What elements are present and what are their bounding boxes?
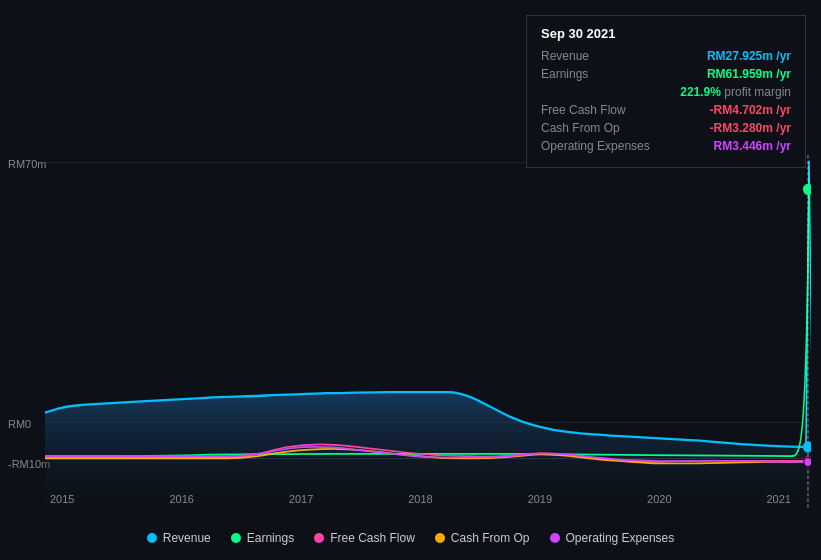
x-label-2016: 2016 <box>169 493 193 505</box>
x-label-2019: 2019 <box>528 493 552 505</box>
tooltip-cfo-row: Cash From Op -RM3.280m /yr <box>541 121 791 135</box>
legend-label-opex: Operating Expenses <box>566 531 675 545</box>
tooltip-earnings-value: RM61.959m /yr <box>707 67 791 81</box>
tooltip-revenue-row: Revenue RM27.925m /yr <box>541 49 791 63</box>
legend-dot-cfo <box>435 533 445 543</box>
chart-area <box>45 155 811 510</box>
legend-label-fcf: Free Cash Flow <box>330 531 415 545</box>
legend-earnings[interactable]: Earnings <box>231 531 294 545</box>
tooltip-earnings-row: Earnings RM61.959m /yr <box>541 67 791 81</box>
legend-dot-revenue <box>147 533 157 543</box>
tooltip-opex-label: Operating Expenses <box>541 139 650 153</box>
tooltip-cfo-value: -RM3.280m /yr <box>710 121 791 135</box>
x-label-2018: 2018 <box>408 493 432 505</box>
opex-dot <box>804 457 811 466</box>
tooltip-cfo-label: Cash From Op <box>541 121 620 135</box>
legend-opex[interactable]: Operating Expenses <box>550 531 675 545</box>
tooltip-fcf-label: Free Cash Flow <box>541 103 626 117</box>
x-label-2020: 2020 <box>647 493 671 505</box>
tooltip-fcf-value: -RM4.702m /yr <box>710 103 791 117</box>
legend-cfo[interactable]: Cash From Op <box>435 531 530 545</box>
tooltip-date: Sep 30 2021 <box>541 26 791 41</box>
x-label-2021: 2021 <box>766 493 790 505</box>
tooltip-margin-value: 221.9% profit margin <box>680 85 791 99</box>
legend-dot-fcf <box>314 533 324 543</box>
x-axis-labels: 2015 2016 2017 2018 2019 2020 2021 <box>0 493 821 505</box>
legend-label-revenue: Revenue <box>163 531 211 545</box>
tooltip-revenue-value: RM27.925m /yr <box>707 49 791 63</box>
legend-label-cfo: Cash From Op <box>451 531 530 545</box>
tooltip-fcf-row: Free Cash Flow -RM4.702m /yr <box>541 103 791 117</box>
earnings-dot <box>803 184 811 195</box>
tooltip-margin-row: 221.9% profit margin <box>541 85 791 99</box>
legend-dot-opex <box>550 533 560 543</box>
chart-legend: Revenue Earnings Free Cash Flow Cash Fro… <box>0 531 821 545</box>
tooltip-opex-value: RM3.446m /yr <box>714 139 791 153</box>
x-label-2015: 2015 <box>50 493 74 505</box>
tooltip-earnings-label: Earnings <box>541 67 588 81</box>
y-label-neg10m: -RM10m <box>8 458 50 470</box>
y-label-0: RM0 <box>8 418 31 430</box>
legend-label-earnings: Earnings <box>247 531 294 545</box>
legend-dot-earnings <box>231 533 241 543</box>
tooltip-revenue-label: Revenue <box>541 49 589 63</box>
x-label-2017: 2017 <box>289 493 313 505</box>
tooltip-popup: Sep 30 2021 Revenue RM27.925m /yr Earnin… <box>526 15 806 168</box>
legend-revenue[interactable]: Revenue <box>147 531 211 545</box>
chart-container: Sep 30 2021 Revenue RM27.925m /yr Earnin… <box>0 0 821 560</box>
chart-svg <box>45 155 811 510</box>
y-label-70m: RM70m <box>8 158 47 170</box>
legend-fcf[interactable]: Free Cash Flow <box>314 531 415 545</box>
tooltip-opex-row: Operating Expenses RM3.446m /yr <box>541 139 791 153</box>
